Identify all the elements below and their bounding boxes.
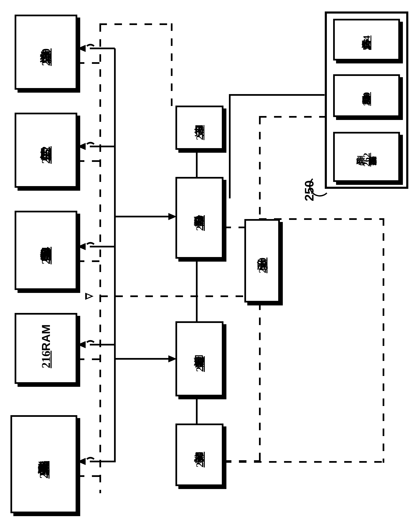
pwr-up-h	[259, 116, 325, 118]
arc-shortrange	[85, 457, 96, 469]
num-radioflash: 262	[361, 153, 372, 166]
line-cpu-radio-v	[229, 94, 231, 199]
pwr-card-h	[99, 23, 173, 25]
num-shortrange: 218	[37, 461, 50, 479]
label-ram: RAM	[39, 324, 53, 351]
block-audio: 音频系统 210	[15, 15, 77, 90]
bus-cpu-vertical	[114, 48, 116, 433]
label-shortrange: 短程无线电模块	[36, 452, 52, 455]
bus-to-winmgr	[114, 358, 168, 360]
arrow-ram	[77, 341, 86, 348]
arc-camera	[85, 142, 96, 153]
bus-cpu-vertical-ext	[114, 433, 116, 462]
pwr-up	[259, 117, 261, 219]
num-flash: 214	[39, 247, 53, 264]
label-flash: 闪速存储器	[38, 238, 54, 241]
diagram-canvas: 250 音频系统 210 照相机 212 闪速存储器 214 RAM 216 短…	[0, 0, 415, 532]
block-radiop: 无线电处理器 260	[333, 74, 400, 117]
pwr-right-h2	[224, 461, 384, 463]
block-ram: RAM 216	[15, 313, 77, 384]
arc-audio	[85, 44, 96, 56]
label-winmgr: 窗口管理器	[193, 348, 207, 350]
pwr-down	[259, 303, 261, 463]
num-camera: 212	[39, 146, 53, 164]
pwr-ram	[77, 358, 101, 360]
block-camera: 照相机 212	[15, 113, 77, 188]
block-xcvr: 收发信机 264	[333, 19, 400, 60]
callout-250-leader	[309, 175, 330, 197]
label-radioflash-1: 无线电	[355, 149, 366, 151]
label-xcvr: 收发信机	[360, 31, 373, 33]
pwr-left-h	[100, 295, 244, 297]
pwr-cpu	[224, 227, 244, 228]
label-camera: 照相机	[38, 139, 54, 140]
line-cpu-winmgr	[196, 259, 198, 321]
sp2	[224, 208, 225, 209]
bus-to-cpu	[114, 216, 168, 217]
num-card: 224	[194, 125, 205, 140]
pwr-flash	[77, 260, 101, 262]
num-cpu: 220	[193, 215, 206, 231]
arrow-pwr-into-bus	[85, 293, 94, 300]
arc-flash	[85, 242, 96, 254]
label-cpu: 中央处理器	[193, 207, 207, 209]
arc-ram	[85, 340, 96, 352]
arrow-audio	[77, 45, 86, 52]
block-winmgr: 窗口管理器 222	[176, 321, 224, 396]
label-card: 卡接口	[193, 117, 206, 118]
line-card-cpu	[196, 150, 198, 177]
block-flash: 闪速存储器 214	[15, 211, 77, 290]
arrow-flash	[77, 243, 86, 250]
pwr-left-v	[99, 24, 101, 493]
pwr-audio	[77, 62, 101, 64]
label-radioflash-2: 闪速存储器	[367, 149, 378, 151]
block-display: 显示器 230	[176, 424, 224, 486]
label-power: 电源	[255, 250, 269, 251]
block-power: 电源 240	[244, 219, 280, 303]
block-card: 卡接口 224	[176, 105, 224, 150]
num-xcvr: 264	[361, 36, 372, 50]
pwr-shortrange	[77, 475, 101, 477]
arrow-camera	[77, 143, 86, 150]
label-display: 显示器	[193, 444, 207, 445]
num-audio: 210	[39, 48, 53, 66]
line-cpu-radio-h	[229, 94, 325, 96]
num-ram: 216	[39, 351, 53, 368]
line-winmgr-display	[196, 396, 198, 424]
num-power: 240	[256, 258, 268, 273]
label-audio: 音频系统	[38, 40, 54, 42]
num-winmgr: 222	[193, 356, 206, 372]
pwr-right-v	[383, 218, 384, 463]
num-radiop: 260	[361, 92, 372, 106]
pwr-camera	[77, 160, 101, 162]
block-shortrange: 短程无线电模块 218	[10, 415, 77, 513]
block-radioflash: 无线电 闪速存储器 262	[333, 132, 400, 182]
label-radiop: 无线电处理器	[361, 87, 372, 89]
arrow-shortrange	[77, 458, 86, 465]
block-cpu: 中央处理器 220	[176, 177, 224, 259]
num-display: 230	[193, 452, 206, 467]
pwr-card-v	[171, 23, 173, 107]
